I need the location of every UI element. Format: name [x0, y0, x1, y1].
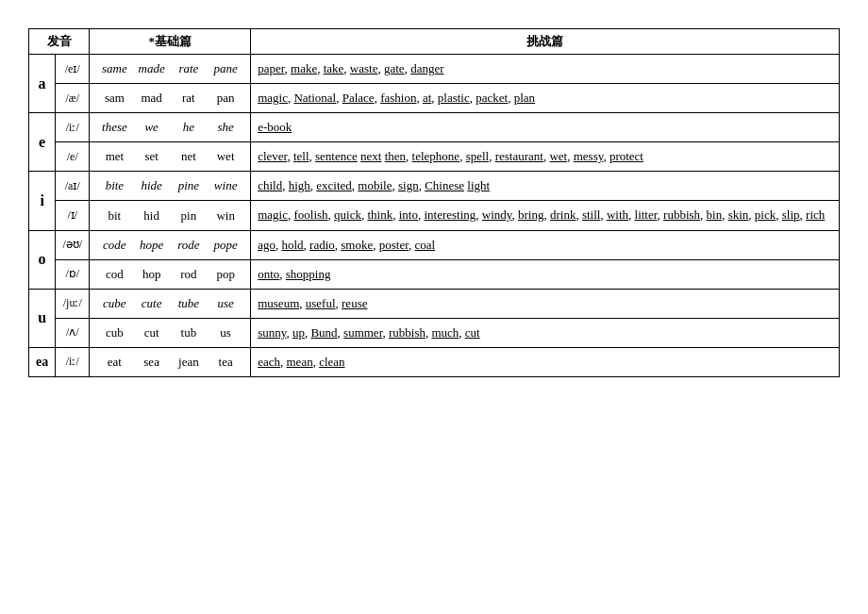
table-row: /e/met set net wetclever, tell, sentence… [29, 142, 840, 172]
table-row: u/juː/cube cute tube usemuseum, useful, … [29, 289, 840, 318]
basic-word: wet [209, 149, 242, 164]
challenge-word: restaurant [495, 149, 543, 163]
challenge-word: shopping [286, 267, 331, 281]
challenge-word: gate [384, 61, 405, 75]
basic-word: rat [172, 91, 206, 106]
basic-word: hide [135, 178, 169, 193]
phoneme-cell: /ɪ/ [56, 201, 90, 230]
basic-word: cub [97, 325, 131, 340]
challenge-word: high [289, 178, 310, 192]
challenge-word: spell [466, 149, 490, 163]
challenge-word: foolish [293, 207, 327, 222]
basic-word: hid [135, 208, 169, 224]
basic-word: we [135, 120, 169, 135]
table-row: /ʌ/cub cut tub ussunny, up, Bund, summer… [29, 318, 840, 347]
challenge-word: paper [258, 61, 284, 75]
basic-word: pane [209, 61, 242, 76]
challenge-word: coal [415, 238, 436, 252]
challenge-word: fashion [380, 91, 416, 105]
challenge-word: National [293, 91, 336, 105]
basic-word: tub [172, 325, 206, 340]
challenge-cell: onto, shopping [251, 259, 840, 289]
challenge-word: still [582, 207, 601, 222]
vowel-label: u [29, 289, 56, 347]
challenge-word: hold [281, 238, 303, 252]
challenge-word: Palace [342, 91, 375, 105]
challenge-word: ago [258, 238, 275, 252]
challenge-word: rubbish [389, 325, 426, 340]
challenge-word: magic [258, 91, 288, 105]
basics-cell: code hope rode pope [90, 230, 251, 259]
basic-word: us [209, 325, 242, 340]
challenge-word: Chinese [425, 178, 464, 192]
basic-word: cod [97, 267, 131, 282]
basic-word: hope [135, 238, 169, 253]
challenge-cell: each, mean, clean [251, 347, 840, 376]
basic-word: bite [97, 178, 131, 193]
challenge-word: slip [782, 207, 800, 222]
phoneme-cell: /eɪ/ [56, 55, 90, 84]
vowel-label: e [29, 113, 56, 172]
basic-word: eat [97, 355, 131, 370]
table-row: /ɪ/bit hid pin winmagic, foolish, quick,… [29, 201, 840, 230]
challenge-cell: paper, make, take, waste, gate, danger [251, 55, 840, 84]
vowel-label: ea [29, 347, 56, 376]
table-row: i/aɪ/bite hide pine winechild, high, exc… [29, 172, 840, 201]
challenge-word: much [431, 325, 459, 340]
challenge-word: bin [707, 207, 723, 222]
challenge-word: take [324, 61, 344, 75]
challenge-word: smoke [341, 238, 373, 252]
challenge-word: clever [258, 149, 287, 163]
challenge-word: at [423, 91, 431, 105]
challenge-word: plan [514, 91, 535, 105]
phoneme-cell: /aɪ/ [56, 172, 90, 201]
basic-word: use [209, 296, 242, 311]
table-row: o/əʊ/code hope rode popeago, hold, radio… [29, 230, 840, 259]
challenge-word: radio [309, 238, 335, 252]
phoneme-cell: /əʊ/ [56, 230, 90, 259]
challenge-word: museum [258, 296, 299, 310]
basics-cell: cube cute tube use [90, 289, 251, 318]
basic-word: tea [209, 355, 242, 370]
challenge-word: tell [293, 149, 309, 163]
challenge-word: excited [316, 178, 352, 192]
basic-word: sam [97, 91, 131, 106]
basic-word: wine [209, 178, 242, 193]
challenge-cell: clever, tell, sentence next then, teleph… [251, 142, 840, 172]
header-challenge: 挑战篇 [251, 29, 840, 55]
basic-word: met [97, 149, 131, 164]
basic-word: pine [172, 178, 206, 193]
basic-word: same [97, 61, 131, 76]
challenge-word: protect [609, 149, 643, 163]
challenge-word: cut [465, 325, 480, 340]
basics-cell: cod hop rod pop [90, 259, 251, 289]
challenge-word: then [385, 149, 406, 163]
basic-word: pop [209, 267, 242, 282]
basics-cell: eat sea jean tea [90, 347, 251, 376]
basic-word: code [97, 238, 131, 253]
table-row: /ɒ/cod hop rod poponto, shopping [29, 259, 840, 289]
vowel-label: o [29, 230, 56, 289]
table-header-row: 发音 *基础篇 挑战篇 [29, 29, 840, 55]
challenge-cell: child, high, excited, mobile, sign, Chin… [251, 172, 840, 201]
challenge-word: sign [398, 178, 419, 192]
challenge-word: telephone [412, 149, 460, 163]
basics-cell: same made rate pane [90, 55, 251, 84]
challenge-word: light [467, 178, 490, 192]
challenge-word: pick [755, 207, 776, 222]
challenge-word: litter [635, 207, 658, 222]
basic-word: sea [135, 355, 169, 370]
basic-word: he [172, 120, 206, 135]
challenge-cell: ago, hold, radio, smoke, poster, coal [251, 230, 840, 259]
challenge-cell: magic, foolish, quick, think, into, inte… [251, 201, 840, 230]
basic-word: pin [172, 208, 206, 224]
challenge-word: with [607, 207, 628, 222]
challenge-cell: e-book [251, 113, 840, 142]
phoneme-cell: /e/ [56, 142, 90, 172]
challenge-word: up [292, 325, 305, 340]
challenge-word: plastic [438, 91, 470, 105]
challenge-word: interesting [424, 207, 476, 222]
challenge-word: packet [476, 91, 508, 105]
challenge-word: messy [574, 149, 604, 163]
challenge-word: each [258, 355, 280, 369]
